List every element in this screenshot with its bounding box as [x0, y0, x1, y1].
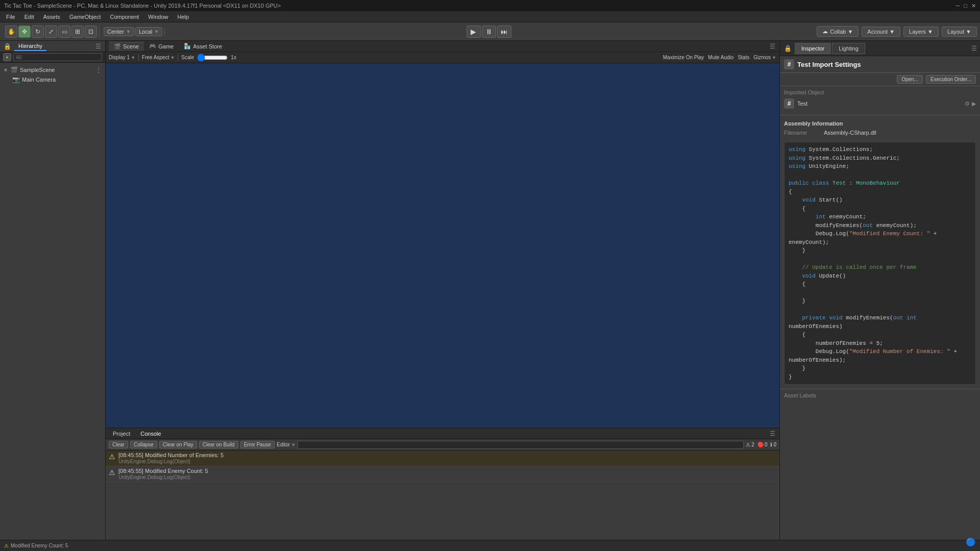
aspect-dropdown[interactable]: Free Aspect ▼ [142, 55, 175, 60]
layers-btn[interactable]: Layers ▼ [903, 27, 939, 37]
pivot-dropdown[interactable]: Center ▼ [104, 27, 134, 36]
error-icon: 🔴 [757, 442, 764, 447]
inspector-tab-actions: ☰ [970, 44, 978, 53]
toolbar-right: ☁ Collab ▼ Account ▼ Layers ▼ Layout ▼ [817, 26, 977, 37]
error-count: 0 [765, 442, 768, 447]
code-line-17 [789, 289, 971, 297]
multi-tool-btn[interactable]: ⊞ [71, 26, 84, 38]
display-dropdown[interactable]: Display 1 ▼ [109, 55, 135, 60]
asset-store-tab[interactable]: 🏪 Asset Store [179, 42, 227, 51]
execution-order-btn[interactable]: Execution Order... [926, 75, 976, 84]
console-entry-0[interactable]: ⚠ [08:45:55] Modified Number of Enemies:… [106, 450, 779, 466]
step-button[interactable]: ⏭ [497, 26, 511, 38]
inspector-menu-icon[interactable]: ☰ [970, 44, 978, 53]
scale-tool-btn[interactable]: ⤢ [45, 26, 57, 38]
editor-dropdown[interactable]: Editor ▼ [277, 442, 296, 447]
code-line-8: { [789, 205, 971, 213]
hierarchy-lock-icon[interactable]: 🔒 [3, 42, 11, 51]
toolbar: ✋ ✥ ↻ ⤢ ▭ ⊞ ⊡ Center ▼ Local ▼ ▶ ⏸ ⏭ ☁ C… [0, 22, 980, 41]
hierarchy-item-samplescene[interactable]: ▼ 🎬 SampleScene ⋮ [0, 65, 105, 75]
maximize-on-play-btn[interactable]: Maximize On Play [663, 55, 704, 60]
aspect-arrow-icon: ▼ [170, 55, 175, 60]
log-icon: ℹ [770, 442, 772, 447]
code-line-20: private void modifyEnemies(out int numbe… [789, 314, 971, 331]
game-tab[interactable]: 🎮 Game [144, 42, 179, 51]
scale-label: Scale [181, 55, 194, 60]
hierarchy-add-btn[interactable]: + [3, 53, 11, 61]
gizmos-dropdown[interactable]: Gizmos ▼ [753, 55, 776, 60]
console-search-input[interactable] [298, 441, 744, 449]
menu-gameobject[interactable]: GameObject [65, 13, 105, 21]
inspector-tab[interactable]: Inspector [795, 43, 831, 54]
asset-store-label: Asset Store [193, 43, 222, 49]
console-toolbar: Clear Collapse Clear on Play Clear on Bu… [106, 439, 779, 450]
menu-help[interactable]: Help [173, 13, 193, 21]
display-label: Display 1 [109, 55, 130, 60]
rect-tool-btn[interactable]: ▭ [58, 26, 70, 38]
object-settings-icon[interactable]: ⚙ [965, 101, 970, 107]
hierarchy-search-input[interactable] [13, 53, 102, 61]
scene-menu-btn[interactable]: ⋮ [95, 66, 102, 74]
console-tab[interactable]: Console [136, 430, 165, 438]
hierarchy-tab[interactable]: Hierarchy [14, 42, 46, 51]
mute-audio-btn[interactable]: Mute Audio [708, 55, 733, 60]
hierarchy-item-maincamera[interactable]: 📷 Main Camera [0, 75, 105, 84]
menu-window[interactable]: Window [144, 13, 172, 21]
menu-assets[interactable]: Assets [39, 13, 64, 21]
move-tool-btn[interactable]: ✥ [18, 26, 31, 38]
warning-count-badge: ⚠ 2 [746, 442, 754, 447]
scene-tab-icon: 🎬 [114, 43, 121, 50]
script-hash-icon: # [784, 59, 794, 69]
hand-tool-btn[interactable]: ✋ [5, 26, 17, 38]
object-expand-icon[interactable]: ▶ [972, 101, 976, 107]
pivot-label: Center [107, 29, 124, 35]
code-line-2: using System.Collections.Generic; [789, 154, 971, 163]
close-btn[interactable]: ✕ [971, 3, 976, 9]
scale-slider[interactable] [197, 54, 228, 62]
scene-panel-menu-icon[interactable]: ☰ [768, 42, 776, 51]
console-panel-header: Project Console ☰ [106, 428, 779, 439]
console-entry-1[interactable]: ⚠ [08:45:55] Modified Enemy Count: 5 Uni… [106, 466, 779, 482]
collab-label: Collab ▼ [830, 29, 853, 35]
inspector-lock-icon[interactable]: 🔒 [782, 45, 794, 52]
menu-component[interactable]: Component [106, 13, 143, 21]
menu-file[interactable]: File [2, 13, 19, 21]
toolbar-sep-1 [138, 54, 139, 61]
code-line-12: } [789, 246, 971, 255]
scene-viewport[interactable] [106, 63, 779, 428]
space-label: Local [139, 29, 152, 35]
scene-tab[interactable]: 🎬 Scene [109, 42, 144, 51]
space-dropdown[interactable]: Local ▼ [135, 27, 162, 36]
maximize-btn[interactable]: □ [964, 3, 967, 9]
layout-btn[interactable]: Layout ▼ [942, 27, 977, 37]
console-menu-icon[interactable]: ☰ [768, 430, 776, 438]
code-line-21: { [789, 331, 971, 339]
lighting-tab[interactable]: Lighting [832, 43, 865, 54]
open-btn[interactable]: Open... [897, 75, 923, 84]
collab-btn[interactable]: ☁ Collab ▼ [817, 26, 859, 37]
assembly-filename-row: Filename Assembly-CSharp.dll [784, 130, 976, 136]
warning-icon: ⚠ [746, 442, 750, 447]
error-pause-btn[interactable]: Error Pause [240, 441, 275, 448]
stats-btn[interactable]: Stats [738, 55, 749, 60]
menu-edit[interactable]: Edit [20, 13, 38, 21]
project-tab[interactable]: Project [109, 430, 134, 438]
clear-on-build-btn[interactable]: Clear on Build [199, 441, 238, 448]
layers-label: Layers ▼ [909, 29, 933, 35]
filename-label: Filename [784, 130, 820, 136]
collapse-btn[interactable]: Collapse [130, 441, 157, 448]
rotate-tool-btn[interactable]: ↻ [32, 26, 44, 38]
assembly-divider [780, 115, 980, 115]
pause-button[interactable]: ⏸ [482, 26, 496, 38]
object-row-actions: ⚙ ▶ [965, 101, 976, 107]
play-button[interactable]: ▶ [467, 26, 481, 38]
custom-tool-btn[interactable]: ⊡ [85, 26, 97, 38]
imported-object-section: Imported Object # Test ⚙ ▶ [780, 86, 980, 113]
hierarchy-menu-icon[interactable]: ☰ [94, 42, 102, 51]
layout-label: Layout ▼ [947, 29, 971, 35]
account-btn[interactable]: Account ▼ [862, 27, 900, 37]
warning-count: 2 [751, 442, 754, 447]
minimize-btn[interactable]: ─ [956, 3, 960, 9]
clear-on-play-btn[interactable]: Clear on Play [159, 441, 197, 448]
clear-btn[interactable]: Clear [109, 441, 128, 448]
